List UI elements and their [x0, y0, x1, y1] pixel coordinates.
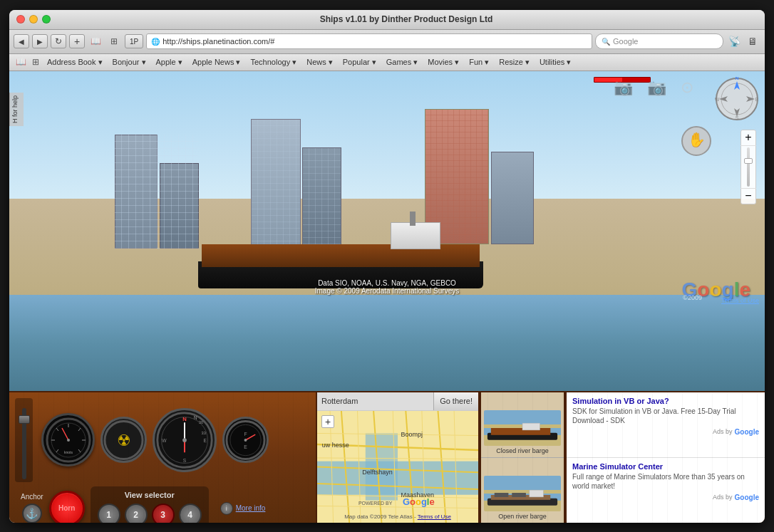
url-favicon: 🌐 — [151, 38, 160, 46]
svg-rect-71 — [495, 493, 509, 497]
map-zoom-in[interactable]: + — [321, 415, 334, 428]
ads-by-google-1: Ads by Google — [572, 428, 759, 436]
bottom-panel: knots ☢ — [9, 391, 765, 523]
horn-button[interactable]: Horn — [49, 491, 85, 523]
browser-toolbar: ◀ ▶ ↻ + 📖 ⊞ 1P 🌐 http://ships.planetinac… — [9, 30, 765, 54]
bm-movies[interactable]: Movies ▾ — [423, 57, 463, 68]
maximize-button[interactable] — [42, 15, 51, 24]
svg-text:E: E — [755, 97, 759, 102]
svg-text:W: W — [715, 97, 720, 102]
svg-rect-66 — [491, 428, 550, 435]
back-button[interactable]: ◀ — [14, 34, 29, 48]
svg-text:N: N — [182, 416, 187, 422]
lever-handle[interactable] — [19, 415, 30, 424]
anchor-button[interactable]: ⚓ — [22, 504, 42, 523]
title-bar: Ships v1.01 by Dinther Product Design Lt… — [9, 10, 765, 30]
ip-button[interactable]: 1P — [125, 34, 143, 48]
camera-icon-2: 📷 — [647, 78, 666, 97]
zoom-in-button[interactable]: + — [741, 130, 756, 146]
ship-mast — [410, 212, 416, 226]
svg-point-23 — [67, 439, 70, 442]
ship-item-closed[interactable]: Closed river barge — [481, 392, 564, 458]
forward-button[interactable]: ▶ — [32, 34, 48, 48]
horn-area: Horn — [49, 491, 85, 523]
map-credit[interactable]: Map data ©2009 Tele Atlas - Terms of Use — [317, 513, 478, 520]
bm-address-book[interactable]: Address Book ▾ — [43, 57, 107, 68]
year-credit: ©2009 — [683, 294, 702, 301]
view-button-1[interactable]: 1 — [98, 504, 120, 523]
help-sidebar: H for help — [9, 93, 24, 126]
map-terms-link[interactable]: Terms of Use — [418, 513, 451, 520]
ship-item-open[interactable]: Open river barge — [481, 458, 564, 523]
search-bar[interactable]: 🔍 Google — [595, 33, 723, 49]
throttle-lever[interactable] — [15, 398, 33, 482]
svg-rect-45 — [366, 433, 398, 500]
ad-block-1: Simulation in VB or Java? SDK for Simula… — [567, 392, 765, 458]
view-button-2[interactable]: 2 — [125, 504, 148, 523]
warning-gauge: ☢ — [100, 417, 147, 463]
browser-window: Ships v1.01 by Dinther Product Design Lt… — [9, 10, 765, 523]
fuel-gauge: F E — [222, 417, 269, 463]
view-button-4[interactable]: 4 — [179, 504, 202, 523]
bm-apple-news[interactable]: Apple News ▾ — [188, 57, 245, 68]
nav-compass-outer[interactable]: N S W E — [715, 77, 759, 121]
view-button-3[interactable]: 3 — [152, 504, 175, 523]
bm-fun[interactable]: Fun ▾ — [465, 57, 493, 68]
ad-title-2[interactable]: Marine Simulator Center — [572, 462, 759, 471]
search-icon: 🔍 — [602, 38, 610, 46]
map-label-delfshaven: Delftshayn — [362, 469, 393, 476]
search-text: Google — [613, 37, 638, 46]
ad-title-1[interactable]: Simulation in VB or Java? — [572, 397, 759, 405]
add-tab-button[interactable]: + — [69, 34, 85, 48]
bm-apple[interactable]: Apple ▾ — [152, 57, 187, 68]
grid-icon: ⊞ — [106, 34, 122, 48]
ship-label-open: Open river barge — [498, 513, 547, 520]
bm-games[interactable]: Games ▾ — [382, 57, 423, 68]
lever-track — [22, 408, 26, 479]
news-icon[interactable]: 📡 — [726, 34, 742, 48]
bookmarks-icon: 📖 — [88, 34, 103, 48]
bookmarks-icon: 📖 — [14, 57, 29, 67]
svg-text:33: 33 — [202, 431, 206, 435]
minimize-button[interactable] — [29, 15, 38, 24]
more-info-link[interactable]: More info — [236, 504, 266, 512]
reload-button[interactable]: ↻ — [51, 34, 66, 48]
ad-block-2: Marine Simulator Center Full range of Ma… — [567, 458, 765, 523]
3d-viewport[interactable]: H for help 📷 📷 ⊙ — [9, 71, 765, 391]
close-button[interactable] — [16, 15, 25, 24]
map-input-row: Go there! — [317, 392, 478, 411]
svg-text:F: F — [244, 432, 247, 437]
ad-desc-1: SDK for Simulation in VB or Java. Free 1… — [572, 407, 759, 425]
url-bar[interactable]: 🌐 http://ships.planetinaction.com/# — [146, 33, 592, 49]
water — [9, 295, 765, 391]
view-selector-label: View selector — [125, 491, 175, 499]
screen-icon[interactable]: 🖥 — [745, 34, 760, 48]
gauges-row: knots ☢ — [15, 398, 310, 482]
bm-bonjour[interactable]: Bonjour ▾ — [108, 57, 150, 68]
map-location-input[interactable] — [317, 392, 433, 410]
more-info-area: i More info — [220, 502, 266, 515]
svg-text:☢: ☢ — [117, 431, 131, 449]
main-content: H for help 📷 📷 ⊙ — [9, 71, 765, 523]
zoom-thumb[interactable] — [744, 158, 753, 164]
map-label-boompj: Boompj — [401, 431, 423, 438]
svg-text:S: S — [183, 457, 187, 462]
terms-link[interactable]: Terms of Use — [721, 297, 759, 304]
bm-popular[interactable]: Popular ▾ — [339, 57, 381, 68]
map-area[interactable]: + uw hesse Delftshayn Maashaven Boompj P… — [317, 411, 478, 523]
map-panel: Go there! — [316, 392, 480, 523]
tilt-control[interactable]: ✋ — [681, 125, 712, 157]
camera-icon-1: 📷 — [614, 78, 633, 97]
ship-thumbnail-open — [484, 476, 561, 511]
bm-utilities[interactable]: Utilities ▾ — [535, 57, 576, 68]
bm-technology[interactable]: Technology ▾ — [247, 57, 301, 68]
ads-panel: Simulation in VB or Java? SDK for Simula… — [565, 392, 765, 523]
grid-icon: ⊞ — [30, 57, 41, 67]
zoom-slider[interactable] — [747, 147, 750, 187]
svg-text:E: E — [203, 437, 207, 442]
bm-news[interactable]: News ▾ — [302, 57, 337, 68]
zoom-out-button[interactable]: − — [741, 188, 756, 204]
go-there-button[interactable]: Go there! — [433, 392, 478, 410]
svg-text:N: N — [194, 415, 197, 420]
bm-resize[interactable]: Resize ▾ — [495, 57, 534, 68]
